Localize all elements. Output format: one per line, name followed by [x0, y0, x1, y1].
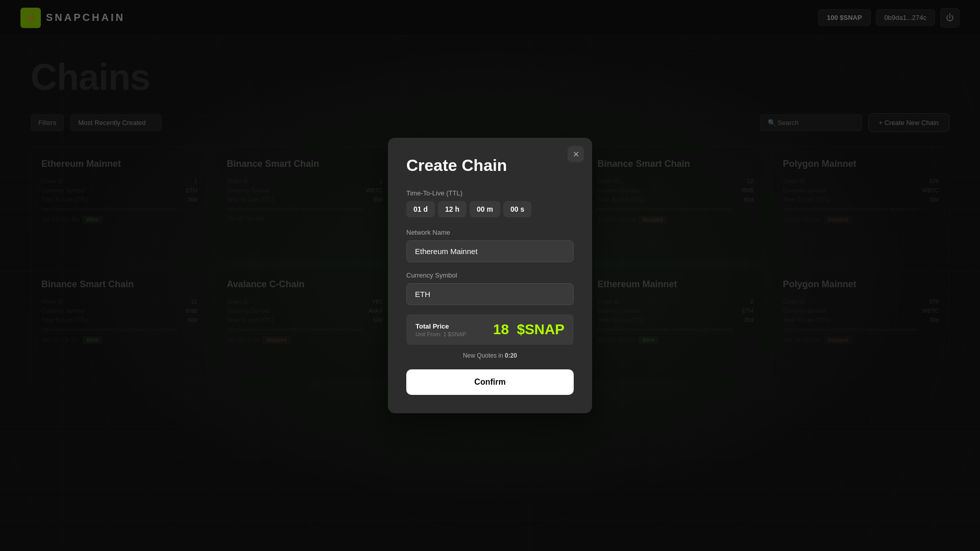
network-name-input[interactable] — [406, 240, 574, 262]
modal-overlay: ✕ Create Chain Time-To-Live (TTL) 01 d 1… — [0, 0, 980, 551]
modal-title: Create Chain — [406, 156, 574, 175]
total-price-value: 18 $SNAP — [493, 321, 565, 338]
total-price-left: Total Price Unit From: 1 $SNAP — [415, 322, 467, 337]
network-name-label: Network Name — [406, 229, 574, 236]
ttl-hours-button[interactable]: 12 h — [438, 201, 467, 217]
ttl-row: 01 d 12 h 00 m 00 s — [406, 201, 574, 217]
new-quotes-info: New Quotes in 0:20 — [406, 352, 574, 359]
new-quotes-time: 0:20 — [505, 352, 517, 359]
unit-from-label: Unit From: — [415, 331, 442, 337]
create-chain-modal: ✕ Create Chain Time-To-Live (TTL) 01 d 1… — [388, 138, 592, 413]
unit-from: Unit From: 1 $SNAP — [415, 331, 467, 337]
ttl-label: Time-To-Live (TTL) — [406, 189, 574, 197]
modal-close-button[interactable]: ✕ — [568, 146, 584, 162]
currency-symbol-label: Currency Symbol — [406, 271, 574, 279]
ttl-days-button[interactable]: 01 d — [406, 201, 435, 217]
currency-symbol-input[interactable] — [406, 283, 574, 305]
new-quotes-text: New Quotes in — [463, 352, 503, 359]
total-price-box: Total Price Unit From: 1 $SNAP 18 $SNAP — [406, 314, 574, 345]
ttl-seconds-button[interactable]: 00 s — [503, 201, 531, 217]
unit-from-value: 1 $SNAP — [443, 331, 466, 337]
confirm-button[interactable]: Confirm — [406, 369, 574, 395]
ttl-minutes-button[interactable]: 00 m — [470, 201, 500, 217]
total-price-label: Total Price — [415, 322, 467, 330]
close-icon: ✕ — [573, 149, 579, 159]
